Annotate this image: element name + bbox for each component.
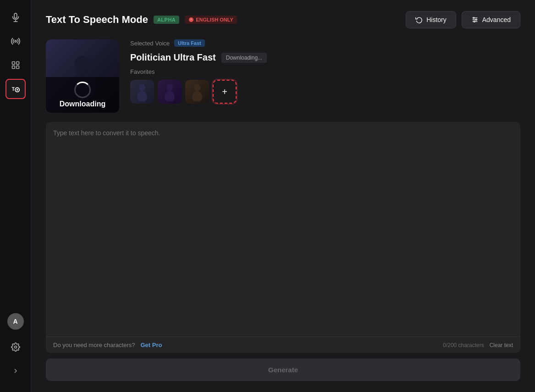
- svg-point-24: [137, 91, 147, 101]
- favorites-label: Favorites: [130, 68, 520, 75]
- downloading-label: Downloading: [60, 100, 105, 108]
- svg-point-11: [14, 346, 17, 348]
- downloading-status-badge: Downloading...: [221, 53, 267, 63]
- voice-section: Downloading Selected Voice Ultra Fast Po…: [46, 39, 520, 113]
- textarea-footer: Do you need more characters? Get Pro 0/2…: [46, 337, 520, 353]
- fav-silhouette-2: [163, 82, 176, 101]
- textarea-section: Do you need more characters? Get Pro 0/2…: [46, 122, 520, 353]
- history-icon: [415, 16, 423, 23]
- english-only-badge: ENGLISH ONLY: [185, 16, 237, 24]
- svg-point-18: [473, 17, 474, 19]
- svg-rect-5: [16, 62, 19, 65]
- svg-point-26: [165, 91, 175, 101]
- pro-prompt-text: Do you need more characters?: [53, 342, 135, 348]
- svg-rect-0: [14, 13, 17, 18]
- alpha-badge: ALPHA: [154, 16, 179, 24]
- char-count: 0/200 characters: [443, 342, 484, 348]
- svg-point-28: [192, 91, 202, 101]
- svg-rect-4: [12, 62, 15, 65]
- header-right: History Advanced: [406, 11, 520, 28]
- svg-point-25: [166, 84, 173, 91]
- header: Text To Speech Mode ALPHA ENGLISH ONLY H…: [46, 11, 520, 28]
- sidebar-item-grid[interactable]: [6, 55, 26, 75]
- svg-point-10: [16, 89, 18, 91]
- generate-button[interactable]: Generate: [46, 359, 520, 381]
- voice-name: Politician Ultra Fast: [130, 52, 216, 63]
- favorite-voice-2[interactable]: [158, 80, 182, 104]
- settings-icon[interactable]: [6, 337, 26, 357]
- advanced-button[interactable]: Advanced: [462, 11, 520, 28]
- expand-sidebar-icon[interactable]: [6, 361, 26, 381]
- selected-voice-row: Selected Voice Ultra Fast: [130, 39, 520, 47]
- get-pro-button[interactable]: Get Pro: [140, 342, 162, 348]
- sidebar-item-broadcast[interactable]: [6, 31, 26, 51]
- voice-image-container[interactable]: Downloading: [46, 39, 119, 113]
- favorite-voice-1[interactable]: [130, 80, 154, 104]
- svg-rect-6: [12, 66, 15, 69]
- voice-name-row: Politician Ultra Fast Downloading...: [130, 52, 520, 63]
- header-left: Text To Speech Mode ALPHA ENGLISH ONLY: [46, 14, 237, 26]
- svg-rect-7: [16, 66, 19, 69]
- warning-icon: [188, 17, 194, 22]
- sidebar-item-tts[interactable]: T: [6, 79, 26, 99]
- favorites-row: +: [130, 80, 520, 104]
- speech-input[interactable]: [53, 129, 513, 230]
- user-avatar[interactable]: A: [7, 313, 24, 330]
- clear-text-button[interactable]: Clear text: [490, 342, 513, 348]
- loading-spinner: [74, 82, 91, 98]
- svg-point-20: [474, 21, 475, 22]
- main-content: Text To Speech Mode ALPHA ENGLISH ONLY H…: [31, 0, 535, 392]
- favorite-voice-3[interactable]: [185, 80, 209, 104]
- sidebar-item-microphone[interactable]: [6, 7, 26, 28]
- svg-point-21: [74, 55, 91, 74]
- sliders-icon: [471, 16, 479, 23]
- textarea-wrapper: [46, 122, 520, 337]
- voice-image-overlay: Downloading: [46, 77, 119, 113]
- history-button[interactable]: History: [406, 11, 456, 28]
- favorites-section: Favorites: [130, 68, 520, 104]
- fav-silhouette-1: [135, 82, 149, 101]
- ultra-fast-badge: Ultra Fast: [174, 39, 205, 47]
- svg-point-19: [475, 19, 477, 21]
- svg-point-3: [15, 40, 17, 42]
- svg-text:T: T: [11, 87, 15, 92]
- svg-point-23: [139, 84, 145, 91]
- fav-silhouette-3: [190, 82, 204, 101]
- page-title: Text To Speech Mode: [46, 14, 148, 26]
- selected-voice-label: Selected Voice: [130, 40, 170, 47]
- add-favorite-button[interactable]: +: [213, 80, 237, 104]
- voice-info: Selected Voice Ultra Fast Politician Ult…: [130, 39, 520, 113]
- sidebar: T A: [0, 0, 31, 392]
- svg-point-27: [194, 84, 200, 91]
